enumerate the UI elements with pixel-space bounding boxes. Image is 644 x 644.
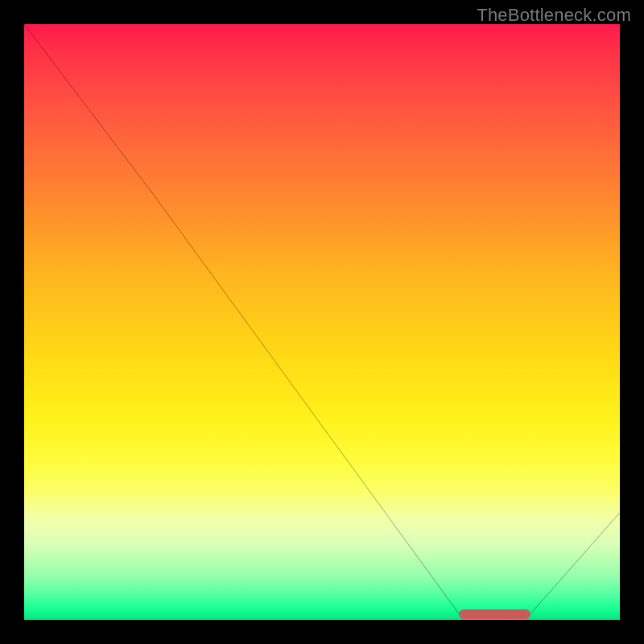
optimal-range-bar — [459, 609, 530, 619]
chart-frame: TheBottleneck.com — [0, 0, 644, 644]
curve-layer — [24, 24, 620, 620]
bottleneck-curve — [24, 24, 620, 614]
watermark-text: TheBottleneck.com — [477, 5, 631, 26]
plot-area — [24, 24, 620, 620]
